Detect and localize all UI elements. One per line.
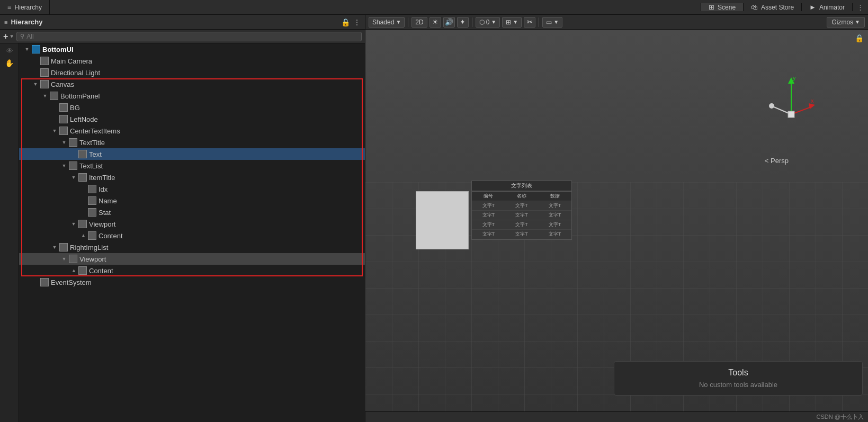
table-body: 编号 名称 数据 文字T文字T文字T文字T文字T文字T文字T文字T文字T文字T文… [471,191,572,240]
tab-asset-store[interactable]: 🛍 Asset Store [744,3,802,11]
table-cell-3-0: 文字T [472,230,505,239]
tab-animator[interactable]: ► Animator [802,3,853,11]
tree-item-bottompanel[interactable]: ▼ BottomPanel [19,90,365,102]
render-icon: ⬡ [479,19,485,26]
scene-bottom-bar: CSDN @十么卜入 [365,411,868,422]
label-canvas: Canvas [51,80,74,88]
main-layout: ≡ Hierarchy 🔒 ⋮ + ▼ ⚲ 👁 ✋ [0,15,868,422]
snap-icon: ✂ [527,18,533,26]
hand-toggle-icon[interactable]: ✋ [4,58,15,68]
scene-lock-icon[interactable]: 🔒 [855,34,864,42]
svg-text:x: x [811,97,814,104]
grid-btn[interactable]: ⊞ ▼ [502,17,522,28]
table-cell-2-0: 文字T [472,220,505,230]
render-dropdown-icon: ▼ [491,19,496,25]
label-dirlight: Directional Light [51,69,100,77]
cube-icon-leftnode [59,115,68,123]
tree-item-centertextitems[interactable]: ▼ CenterTextItems [19,125,365,137]
render-overlay-btn[interactable]: ⬡ 0 ▼ [476,17,500,28]
tab-asset-store-label: Asset Store [761,4,794,11]
label-viewport2: Viewport [79,255,106,263]
col-header-0: 编号 [472,192,505,201]
eye-toggle-icon[interactable]: 👁 [5,46,14,56]
shading-mode-btn[interactable]: Shaded ▼ [369,17,405,28]
tree-item-canvas[interactable]: ▼ Canvas [19,78,365,90]
scene-view[interactable]: < Persp y [365,30,868,411]
tree-item-viewport2[interactable]: ▼ Viewport [19,253,365,265]
hierarchy-tree: ▼ BottomUI ▼ Main Camera ▼ Directional L… [19,43,365,422]
label-bottompanel: BottomPanel [60,92,100,100]
persp-text: < Persp [765,157,789,165]
search-icon: ⚲ [20,33,24,40]
table-cell-2-1: 文字T [505,220,539,230]
table-cell-3-1: 文字T [505,230,539,239]
arrow-centertextitems: ▼ [51,127,58,134]
arrow-canvas: ▼ [32,80,39,88]
audio-btn[interactable]: 🔊 [443,17,455,28]
tree-item-bottomui[interactable]: ▼ BottomUI [19,43,365,55]
label-rightimglist: RightImgList [70,244,108,252]
label-text: Text [89,150,102,158]
cube-icon-stat [88,208,96,217]
cube-icon-content2 [78,266,87,275]
hierarchy-add-btn[interactable]: + ▼ [3,32,14,41]
tree-item-itemtitle[interactable]: ▼ ItemTitle [19,172,365,183]
scene-more-btn[interactable]: ⋮ [853,3,868,11]
light-icon: ☀ [432,18,439,26]
grid-icon: ⊞ [506,19,511,26]
tree-item-bg[interactable]: ▼ BG [19,102,365,113]
hierarchy-toolbar: + ▼ ⚲ [0,30,365,43]
fx-btn[interactable]: ✦ [457,17,469,28]
toolbar-sep-3 [539,17,539,27]
table-cell-2-2: 文字T [538,220,571,230]
cube-icon-name [88,196,96,205]
hierarchy-more-btn[interactable]: ⋮ [353,18,361,26]
tree-item-name[interactable]: ▼ Name [19,195,365,206]
hierarchy-search-input[interactable] [26,33,358,40]
cube-icon-viewport2 [69,255,77,263]
cube-icon-bottomui [32,45,40,53]
table-cell-1-2: 文字T [538,211,571,220]
cube-icon-textlist [69,161,77,170]
label-bottomui: BottomUI [42,46,74,53]
tree-item-dirlight[interactable]: ▼ Directional Light [19,67,365,78]
tree-item-stat[interactable]: ▼ Stat [19,206,365,218]
arrow-viewport1: ▼ [70,220,77,228]
asset-store-icon: 🛍 [751,3,758,11]
snap-btn[interactable]: ✂ [524,17,535,28]
tree-item-content2[interactable]: ► Content [19,265,365,276]
tree-item-content1[interactable]: ► Content [19,230,365,241]
tree-item-leftnode[interactable]: ▼ LeftNode [19,113,365,125]
table-cell-0-1: 文字T [505,201,539,211]
gizmos-dropdown-icon: ▼ [855,19,860,25]
arrow-viewport2: ▼ [60,255,68,263]
lighting-btn[interactable]: ☀ [429,17,441,28]
aspect-btn[interactable]: ▭ ▼ [542,17,562,28]
cube-icon-itemtitle [78,173,87,182]
tree-item-text[interactable]: ▼ Text [19,148,365,160]
cube-icon-eventsystem [40,278,49,286]
shading-label: Shaded [372,19,394,26]
label-maincamera: Main Camera [51,57,92,65]
tree-item-idx[interactable]: ▼ Idx [19,183,365,195]
arrow-content2: ► [70,267,77,274]
hierarchy-search-box[interactable]: ⚲ [16,32,362,41]
hierarchy-lock-btn[interactable]: 🔒 [341,18,350,26]
tab-scene[interactable]: ⊞ Scene [701,3,744,11]
arrow-bottomui: ▼ [23,46,31,53]
label-centertextitems: CenterTextItems [70,127,120,135]
gizmos-btn[interactable]: Gizmos ▼ [827,17,865,28]
tree-item-texttitle[interactable]: ▼ TextTitle [19,137,365,148]
tree-item-maincamera[interactable]: ▼ Main Camera [19,55,365,67]
tab-hierarchy[interactable]: ≡ Hierarchy [0,0,50,14]
tree-item-textlist[interactable]: ▼ TextList [19,160,365,172]
aspect-icon: ▭ [546,19,552,26]
tree-item-viewport1[interactable]: ▼ Viewport [19,218,365,230]
image-placeholder [416,191,469,249]
tree-item-eventsystem[interactable]: ▼ EventSystem [19,276,365,288]
hierarchy-menu-icon[interactable]: ≡ [4,19,7,25]
hamburger-icon: ≡ [7,3,12,11]
2d-btn[interactable]: 2D [411,17,427,28]
label-stat: Stat [99,209,111,217]
tree-item-rightimglist[interactable]: ▼ RightImgList [19,241,365,253]
